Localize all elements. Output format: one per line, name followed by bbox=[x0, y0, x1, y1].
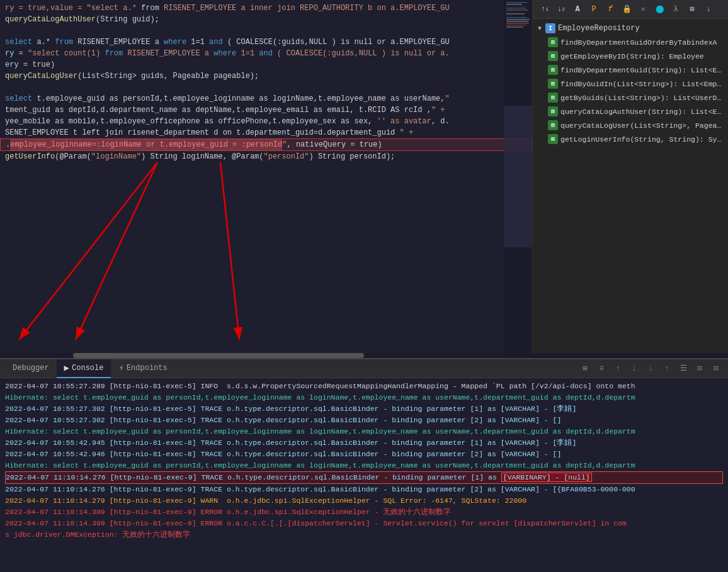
tree-method-8[interactable]: m getLoginUserInfo(String, String): SysU… bbox=[533, 132, 728, 146]
code-line-2: queryCataLogAuthUser(String guid); bbox=[0, 14, 532, 25]
toolbar-icon-f[interactable]: f bbox=[603, 3, 617, 16]
tree-method-3[interactable]: m findByDepartmentGuid(String): List<Emp… bbox=[533, 63, 728, 77]
tab-endpoints[interactable]: ⚡ Endpoints bbox=[111, 359, 174, 378]
bottom-tabs: Debugger ▶ Console ⚡ Endpoints ⊞ ≡ ↑ ↓ ↓… bbox=[0, 359, 728, 378]
tree-method-1[interactable]: m findByDepartmentGuidOrderByTabindexA bbox=[533, 35, 728, 49]
code-line-10: tment_guid as deptId,d.department_name a… bbox=[0, 104, 532, 116]
method-icon-6: m bbox=[548, 106, 558, 116]
code-line-empty1 bbox=[0, 162, 532, 174]
log-line-8: Hibernate: select t.employee_guid as per… bbox=[5, 460, 723, 471]
method-icon-7: m bbox=[548, 120, 558, 130]
method-label-6: queryCataLogAuthUser(String): List<Empl bbox=[560, 108, 723, 116]
tree-method-5[interactable]: m getByGuids(List<String>): List<UserDep… bbox=[533, 91, 728, 104]
tab-action-grid1[interactable]: ⊡ bbox=[693, 362, 707, 376]
code-line-14: getUserInfo(@Param("loginName") String l… bbox=[0, 151, 532, 162]
toolbar-icon-a[interactable]: A bbox=[571, 3, 584, 16]
tab-action-up1[interactable]: ↑ bbox=[611, 362, 625, 376]
interface-icon: I bbox=[545, 23, 555, 33]
code-line-1: ry = true,value = "select a.* from RISEN… bbox=[0, 3, 532, 14]
code-line-3 bbox=[0, 25, 532, 36]
minimap[interactable] bbox=[504, 0, 532, 353]
log-line-11: 2022-04-07 11:10:14.279 [http-nio-81-exe… bbox=[5, 495, 723, 507]
horizontal-scrollbar[interactable] bbox=[0, 353, 728, 358]
log-line-9-highlight: 2022-04-07 11:10:14.276 [http-nio-81-exe… bbox=[5, 471, 723, 484]
tab-console[interactable]: ▶ Console bbox=[57, 359, 111, 378]
tab-action-grid2[interactable]: ⊡ bbox=[709, 362, 723, 376]
tree-method-7[interactable]: m queryCataLogUser(List<String>, Pageabl… bbox=[533, 118, 728, 132]
method-label-1: findByDepartmentGuidOrderByTabindexA bbox=[560, 38, 717, 47]
code-line-empty3 bbox=[0, 185, 532, 196]
method-label-2: getEmployeeByID(String): Employee bbox=[560, 52, 704, 60]
tab-action-down1[interactable]: ↓ bbox=[627, 362, 641, 376]
method-label-7: queryCataLogUser(List<String>, Pageable bbox=[560, 121, 723, 130]
log-line-3: 2022-04-07 10:55:27.302 [http-nio-81-exe… bbox=[5, 403, 723, 415]
tab-debugger[interactable]: Debugger bbox=[5, 359, 57, 378]
code-line-5: ry = "select count(1) from RISENET_EMPLO… bbox=[0, 48, 532, 59]
tab-action-menu[interactable]: ≡ bbox=[594, 362, 608, 376]
structure-tree: ▼ I EmployeeRepository m findByDepartmen… bbox=[533, 21, 728, 146]
tree-parent-employee-repository[interactable]: ▼ I EmployeeRepository bbox=[533, 21, 728, 35]
toolbar-sort-asc[interactable]: ↑1 bbox=[538, 3, 552, 16]
code-line-empty7 bbox=[0, 230, 532, 242]
toolbar-icon-x[interactable]: ✕ bbox=[636, 3, 650, 16]
log-line-13: 2022-04-07 11:10:14.309 [http-nio-81-exe… bbox=[5, 518, 723, 529]
log-line-10: 2022-04-07 11:10:14.276 [http-nio-81-exe… bbox=[5, 484, 723, 495]
code-line-7: queryCataLogUser(List<String> guids, Pag… bbox=[0, 70, 532, 82]
code-line-4: select a.* from RISENET_EMPLOYEE a where… bbox=[0, 36, 532, 48]
toolbar-icon-dot[interactable]: ⬤ bbox=[652, 3, 666, 16]
tree-arrow: ▼ bbox=[538, 25, 545, 32]
log-line-6: 2022-04-07 10:55:42.945 [http-nio-81-exe… bbox=[5, 437, 723, 449]
method-label-4: findByGuidIn(List<String>): List<Employe bbox=[560, 80, 723, 88]
toolbar-icon-grid[interactable]: ⊞ bbox=[685, 3, 699, 16]
right-panel: ↑1 ↓2 A P f 🔒 ✕ ⬤ λ ⊞ ↓ ▼ I bbox=[533, 0, 728, 353]
code-line-empty5 bbox=[0, 208, 532, 219]
debugger-label: Debugger bbox=[13, 364, 49, 373]
tree-method-4[interactable]: m findByGuidIn(List<String>): List<Emplo… bbox=[533, 77, 728, 91]
log-line-12: 2022-04-07 11:10:14.309 [http-nio-81-exe… bbox=[5, 507, 723, 518]
toolbar-sort-desc[interactable]: ↓2 bbox=[554, 3, 568, 16]
tab-action-add[interactable]: ⊞ bbox=[578, 362, 592, 376]
log-line-7: 2022-04-07 10:55:42.946 [http-nio-81-exe… bbox=[5, 449, 723, 460]
method-icon-2: m bbox=[548, 51, 558, 61]
tab-action-list[interactable]: ☰ bbox=[676, 362, 690, 376]
method-icon-3: m bbox=[548, 65, 558, 75]
structure-panel: ▼ I EmployeeRepository m findByDepartmen… bbox=[533, 19, 728, 353]
endpoints-icon: ⚡ bbox=[118, 362, 123, 373]
toolbar-icon-down[interactable]: ↓ bbox=[702, 3, 715, 16]
code-editor[interactable]: ry = true,value = "select a.* from RISEN… bbox=[0, 0, 533, 353]
console-icon: ▶ bbox=[64, 362, 69, 373]
code-line-8 bbox=[0, 82, 532, 93]
console-label: Console bbox=[72, 364, 103, 373]
method-icon-1: m bbox=[548, 37, 558, 47]
method-label-3: findByDepartmentGuid(String): List<Empl bbox=[560, 66, 723, 74]
tree-method-6[interactable]: m queryCataLogAuthUser(String): List<Emp… bbox=[533, 104, 728, 118]
bottom-area: Debugger ▶ Console ⚡ Endpoints ⊞ ≡ ↑ ↓ ↓… bbox=[0, 358, 728, 572]
method-icon-5: m bbox=[548, 93, 558, 103]
log-line-1: 2022-04-07 10:55:27.289 [http-nio-81-exe… bbox=[5, 381, 723, 392]
right-toolbar: ↑1 ↓2 A P f 🔒 ✕ ⬤ λ ⊞ ↓ bbox=[533, 0, 728, 19]
minimap-bar bbox=[504, 106, 532, 247]
tree-parent-label: EmployeeRepository bbox=[558, 24, 640, 33]
method-icon-8: m bbox=[548, 134, 558, 144]
tab-action-up2[interactable]: ↑ bbox=[660, 362, 674, 376]
endpoints-label: Endpoints bbox=[127, 364, 168, 373]
tree-method-2[interactable]: m getEmployeeByID(String): Employee bbox=[533, 49, 728, 63]
code-line-6: ery = true) bbox=[0, 59, 532, 70]
toolbar-icon-p[interactable]: P bbox=[587, 3, 601, 16]
toolbar-icon-lock[interactable]: 🔒 bbox=[620, 3, 634, 16]
tab-action-down2[interactable]: ↓ bbox=[644, 362, 657, 376]
console-output: 2022-04-07 10:55:27.289 [http-nio-81-exe… bbox=[0, 378, 728, 572]
main-container: ry = true,value = "select a.* from RISEN… bbox=[0, 0, 728, 572]
log-line-4: 2022-04-07 10:55:27.302 [http-nio-81-exe… bbox=[5, 415, 723, 426]
method-icon-4: m bbox=[548, 79, 558, 89]
top-area: ry = true,value = "select a.* from RISEN… bbox=[0, 0, 728, 353]
scrollbar-thumb bbox=[73, 353, 364, 358]
code-line-empty8 bbox=[0, 242, 532, 253]
code-line-9: select t.employee_guid as personId,t.emp… bbox=[0, 93, 532, 104]
code-line-13: .employee_loginname=:loginName or t.empl… bbox=[0, 138, 532, 151]
toolbar-icon-lambda[interactable]: λ bbox=[669, 3, 683, 16]
code-line-empty2 bbox=[0, 174, 532, 185]
method-label-5: getByGuids(List<String>): List<UserDept bbox=[560, 94, 723, 102]
code-line-12: SENET_EMPLOYEE t left join risenet_depar… bbox=[0, 127, 532, 138]
method-label-8: getLoginUserInfo(String, String): SysUse… bbox=[560, 135, 723, 143]
